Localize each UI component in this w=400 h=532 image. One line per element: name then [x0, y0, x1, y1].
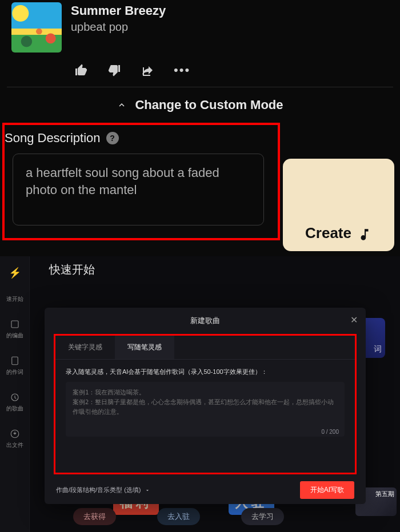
pill-get[interactable]: 去获得 [73, 508, 116, 525]
modal-title: 新建歌曲 ✕ [45, 308, 366, 334]
music-note-icon [357, 227, 372, 242]
modal-tabs: 关键字灵感 写随笔灵感 [55, 336, 355, 360]
create-label: Create [305, 224, 351, 242]
thumbs-down-icon[interactable] [107, 63, 121, 77]
close-icon[interactable]: ✕ [350, 315, 358, 325]
tab-essay[interactable]: 写随笔灵感 [115, 336, 174, 359]
bottom-pills: 去获得 去入驻 去学习 [73, 508, 284, 525]
custom-mode-toggle[interactable]: Change to Custom Mode [7, 95, 393, 123]
tab-keyword[interactable]: 关键字灵感 [55, 336, 115, 359]
album-art[interactable] [11, 2, 62, 53]
custom-mode-label: Change to Custom Mode [135, 98, 283, 112]
start-ai-button[interactable]: 开始AI写歌 [300, 481, 354, 499]
song-actions: ••• [7, 54, 393, 83]
section-title: Song Description [5, 131, 101, 146]
song-header: Summer Breezy upbeat pop [7, 0, 393, 54]
modal-highlight: 关键字灵感 写随笔灵感 录入随笔灵感，天音AI会基于随笔创作歌词（录入50-10… [54, 334, 357, 474]
quick-start-title: 快速开始 [49, 262, 95, 277]
song-subtitle: upbeat pop [71, 21, 166, 34]
song-title: Summer Breezy [71, 3, 166, 18]
bolt-icon[interactable]: ⚡ [9, 267, 21, 279]
pill-learn[interactable]: 去学习 [241, 508, 284, 525]
more-icon[interactable]: ••• [174, 63, 190, 78]
rail-item-quickstart[interactable]: 速开始 [6, 295, 23, 303]
help-icon[interactable]: ? [106, 132, 119, 144]
thumbs-up-icon[interactable] [74, 63, 88, 77]
rail-item-arrange[interactable]: 的编曲 [6, 319, 23, 340]
chevron-up-icon [117, 100, 127, 110]
create-button[interactable]: Create [283, 159, 394, 251]
char-counter: 0 / 200 [66, 429, 345, 435]
side-rail: ⚡ 速开始 的编曲 的作词 的歌曲 出文件 [0, 256, 30, 532]
chevron-down-icon [145, 487, 150, 493]
rail-item-lyrics[interactable]: 的作词 [6, 356, 23, 376]
pill-join[interactable]: 去入驻 [157, 508, 200, 525]
rail-item-export[interactable]: 出文件 [6, 429, 23, 449]
advanced-options-toggle[interactable]: 作曲/段落结构/音乐类型 (选填) [56, 486, 150, 494]
svg-rect-0 [11, 321, 18, 328]
new-song-modal: 新建歌曲 ✕ 关键字灵感 写随笔灵感 录入随笔灵感，天音AI会基于随笔创作歌词（… [45, 308, 366, 504]
modal-description: 录入随笔灵感，天音AI会基于随笔创作歌词（录入50-100字效果更佳）： [66, 368, 345, 376]
song-description-input[interactable]: a heartfelt soul song about a faded phot… [13, 154, 264, 225]
share-icon[interactable] [141, 63, 154, 77]
rail-item-songs[interactable]: 的歌曲 [6, 392, 23, 413]
bottom-app: ⚡ 速开始 的编曲 的作词 的歌曲 出文件 快速开始 词 福利 入驻 第五期 去… [0, 256, 400, 532]
divider [7, 87, 393, 87]
svg-rect-1 [11, 357, 18, 365]
song-description-section: Song Description ? a heartfelt soul song… [2, 123, 280, 240]
